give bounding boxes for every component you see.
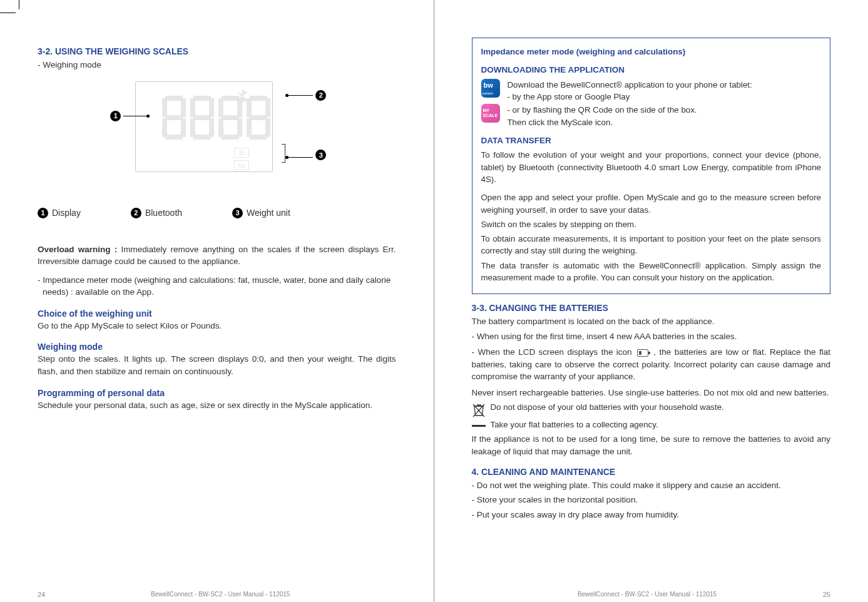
footer-text-right: BewellConnect - BW-SC2 - User Manual - 1… [578, 591, 717, 598]
overload-paragraph: Overload warning : Immediately remove an… [38, 243, 396, 268]
seven-segment-digits [162, 96, 270, 140]
transfer-p2: Open the app and select your profile. Op… [481, 191, 822, 216]
transfer-p4: To obtain accurate measurements, it is i… [481, 233, 822, 257]
download-line-1: Download the BewellConnect® application … [508, 79, 822, 91]
clean-p3: - Put your scales away in dry place away… [472, 509, 831, 521]
transfer-p1: To follow the evolution of your weight a… [481, 149, 822, 185]
bewellconnect-app-icon [481, 79, 500, 98]
heading-4: 4. CLEANING AND MAINTENANCE [472, 467, 831, 477]
choice-text: Go to the App MyScale to select Kilos or… [38, 320, 396, 332]
legend-item-2: 2 Bluetooth [131, 208, 182, 218]
download-line-2: - by the App store or Google Play [508, 91, 822, 103]
callout-2-number: 2 [315, 90, 326, 101]
legend-item-3: 3 Weight unit [232, 208, 290, 218]
heading-3-3: 3-3. CHANGING THE BATTERIES [472, 303, 831, 313]
page-number-right: 25 [823, 591, 830, 598]
callout-3-number: 3 [315, 150, 326, 160]
legend-2-number: 2 [131, 208, 141, 218]
page-right: Impedance meter mode (weighing and calcu… [434, 0, 869, 602]
batt-p3: - When the LCD screen displays the icon … [472, 346, 831, 383]
batt-p5: If the appliance is not to be used for a… [472, 433, 831, 457]
weighing-mode-label: - Weighing mode [38, 59, 396, 71]
batt-p4: Never insert rechargeable batteries. Use… [472, 387, 831, 399]
unit-kg-indicator: kg [234, 160, 249, 170]
batt-p3a: - When the LCD screen displays the icon [472, 347, 635, 357]
app-row-bewellconnect: Download the BewellConnect® application … [481, 79, 822, 103]
download-line-4: Then click the MyScale icon. [508, 116, 822, 128]
page-number-left: 24 [38, 591, 45, 598]
batt-p2: - When using for the first time, insert … [472, 330, 831, 343]
legend-row: 1 Display 2 Bluetooth 3 Weight unit [38, 208, 396, 218]
overload-label: Overload warning : [38, 245, 121, 254]
heading-3-2: 3-2. USING THE WEIGHING SCALES [38, 46, 396, 56]
low-battery-icon [637, 349, 648, 357]
clean-p1: - Do not wet the weighing plate. This co… [472, 479, 831, 492]
heading-choice-unit: Choice of the weighing unit [38, 309, 396, 319]
heading-weighing-mode: Weighing mode [38, 342, 396, 352]
weighing-mode-text: Step onto the scales. It lights up. The … [38, 353, 396, 377]
programming-text: Schedule your personal data, such as age… [38, 399, 396, 412]
legend-1-number: 1 [38, 208, 48, 218]
footer-text-left: BewellConnect - BW-SC2 - User Manual - 1… [151, 591, 290, 598]
page-left: 3-2. USING THE WEIGHING SCALES - Weighin… [0, 0, 434, 602]
callout-1-number: 1 [110, 111, 121, 121]
transfer-p3: Switch on the scales by stepping on them… [481, 218, 822, 230]
heading-programming: Programming of personal data [38, 388, 396, 398]
weee-row-2: Take your flat batteries to a collecting… [472, 420, 831, 429]
legend-1-label: Display [52, 208, 81, 218]
weee-underbar-icon [472, 425, 486, 427]
footer-left: 24 BewellConnect - BW-SC2 - User Manual … [38, 591, 396, 598]
legend-3-label: Weight unit [247, 208, 290, 218]
heading-data-transfer: DATA TRANSFER [481, 135, 822, 147]
unit-lb-indicator: lb [234, 148, 249, 158]
legend-2-label: Bluetooth [145, 208, 182, 218]
display-diagram: lb kg 1 2 3 [116, 76, 317, 183]
impedance-note: - Impedance meter mode (weighing and cal… [38, 274, 396, 298]
lcd-frame: lb kg [135, 81, 273, 172]
callout-3: 3 [282, 144, 326, 163]
legend-3-number: 3 [232, 208, 243, 218]
myscale-app-icon [481, 104, 500, 123]
weee-text-2: Take your flat batteries to a collecting… [491, 420, 658, 429]
callout-1: 1 [110, 111, 148, 121]
impedance-box: Impedance meter mode (weighing and calcu… [472, 38, 831, 294]
weee-text-1: Do not dispose of your old batteries wit… [491, 402, 724, 412]
clean-p2: - Store your scales in the horizontal po… [472, 494, 831, 506]
legend-item-1: 1 Display [38, 208, 81, 218]
weee-row-1: Do not dispose of your old batteries wit… [472, 402, 831, 419]
batt-p1: The battery compartment is located on th… [472, 315, 831, 328]
heading-download: DOWNLOADING THE APPLICATION [481, 64, 822, 76]
footer-right: BewellConnect - BW-SC2 - User Manual - 1… [472, 591, 831, 598]
download-line-3: - or by flashing the QR Code on the side… [508, 104, 822, 116]
transfer-p5: The data transfer is automatic with the … [481, 260, 822, 284]
callout-2: 2 [287, 90, 326, 101]
app-row-myscale: - or by flashing the QR Code on the side… [481, 104, 822, 128]
box-title: Impedance meter mode (weighing and calcu… [481, 46, 822, 58]
weee-crossed-bin-icon [472, 402, 486, 419]
